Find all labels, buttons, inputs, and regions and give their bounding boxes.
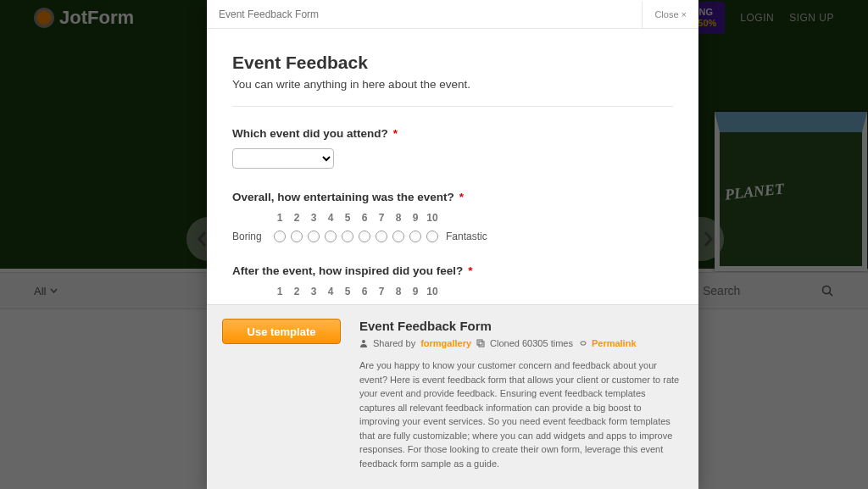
footer-title: Event Feedback Form: [359, 319, 683, 333]
scale-min-label: Boring: [232, 231, 271, 242]
rating-radio-4[interactable]: [325, 231, 337, 242]
modal-body: Event Feedback You can write anything in…: [207, 29, 698, 304]
scale-numbers: 12345678910: [271, 212, 673, 224]
rating-radio-2[interactable]: [291, 231, 303, 242]
question-inspired: After the event, how inspired did you fe…: [232, 264, 673, 304]
event-select[interactable]: [232, 148, 334, 169]
scale-max-label: Fantastic: [446, 231, 487, 242]
rating-radio-6[interactable]: [359, 231, 370, 242]
use-template-button[interactable]: Use template: [222, 319, 341, 344]
clone-icon: [476, 339, 485, 347]
question-label: Overall, how entertaining was the event?…: [232, 191, 673, 203]
required-asterisk: *: [393, 127, 398, 140]
modal-title: Event Feedback Form: [219, 8, 319, 20]
modal-header: Event Feedback Form Close ×: [207, 0, 698, 29]
form-subtitle: You can write anything in here about the…: [232, 78, 673, 91]
divider: [232, 106, 673, 107]
required-asterisk: *: [468, 264, 472, 277]
permalink-link[interactable]: Permalink: [592, 338, 637, 348]
author-link[interactable]: formgallery: [420, 338, 471, 348]
question-which-event: Which event did you attend?*: [232, 127, 673, 169]
scale-numbers: 12345678910: [271, 286, 673, 297]
rating-radio-5[interactable]: [342, 231, 353, 242]
rating-radio-1[interactable]: [274, 231, 286, 242]
svg-rect-7: [477, 340, 482, 345]
form-title: Event Feedback: [232, 53, 673, 73]
template-preview-modal: Event Feedback Form Close × Event Feedba…: [207, 0, 698, 489]
question-entertaining: Overall, how entertaining was the event?…: [232, 191, 673, 242]
rating-radio-9[interactable]: [409, 231, 421, 242]
rating-radio-3[interactable]: [308, 231, 320, 242]
rating-radio-8[interactable]: [392, 231, 404, 242]
user-icon: [359, 339, 368, 347]
footer-description: Are you happy to know your customer conc…: [359, 358, 683, 470]
modal-footer: Use template Event Feedback Form Shared …: [207, 304, 698, 489]
footer-meta: Shared by formgallery Cloned 60305 times…: [359, 338, 683, 348]
close-button[interactable]: Close ×: [642, 1, 687, 28]
svg-point-6: [362, 340, 365, 343]
question-label: Which event did you attend?*: [232, 127, 673, 140]
svg-rect-8: [479, 342, 484, 347]
question-label: After the event, how inspired did you fe…: [232, 264, 673, 277]
link-icon: [578, 339, 587, 347]
rating-radio-7[interactable]: [376, 231, 387, 242]
rating-radio-10[interactable]: [426, 231, 438, 242]
required-asterisk: *: [459, 191, 464, 203]
